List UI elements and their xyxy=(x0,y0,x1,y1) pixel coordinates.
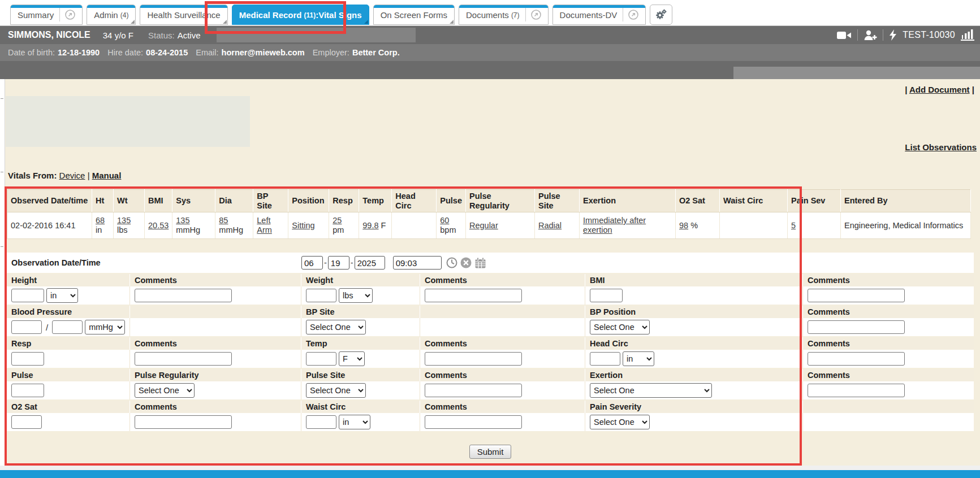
clear-x-icon[interactable] xyxy=(460,257,472,268)
tab-documents-dv[interactable]: Documents-DV xyxy=(552,5,646,25)
obs-value-link[interactable]: Left Arm xyxy=(257,216,272,234)
waist-circ-input[interactable] xyxy=(306,415,336,429)
waist-circ-unit-select[interactable]: in xyxy=(339,415,370,429)
pulse-site-label: Pulse Site xyxy=(301,369,420,381)
o2-sat-input[interactable] xyxy=(11,415,42,429)
obs-value-link[interactable]: 5 xyxy=(791,221,796,230)
obs-time-input[interactable] xyxy=(393,256,442,270)
resp-input[interactable] xyxy=(11,352,44,366)
obs-day-input[interactable] xyxy=(328,256,349,270)
resp-comments-input[interactable] xyxy=(135,352,232,366)
tab-medical-record[interactable]: Medical Record(11):Vital Signs xyxy=(232,5,369,25)
lightning-bolt-icon[interactable] xyxy=(889,29,897,41)
weight-comments-input[interactable] xyxy=(425,289,522,302)
temp-unit-select[interactable]: F xyxy=(339,351,365,366)
bp-diastolic-input[interactable] xyxy=(52,320,83,334)
tab-top-strip xyxy=(140,5,227,8)
obs-value-link[interactable]: Sitting xyxy=(292,221,314,230)
obs-value-link[interactable]: 98 xyxy=(679,221,688,230)
obs-value-link[interactable]: 68 xyxy=(96,216,105,225)
tab-admin[interactable]: Admin(4) xyxy=(87,5,136,25)
tab-summary[interactable]: Summary xyxy=(10,5,83,25)
pain-severity-select[interactable]: Select One xyxy=(590,415,650,429)
video-camera-icon[interactable] xyxy=(837,31,852,40)
obs-value-link[interactable]: 60 xyxy=(440,216,449,225)
bp-site-select[interactable]: Select One xyxy=(306,320,366,334)
bp-systolic-input[interactable] xyxy=(11,320,42,334)
tab-top-strip xyxy=(232,5,369,8)
height-unit-select[interactable]: in xyxy=(46,288,78,303)
o2-sat-comments-input[interactable] xyxy=(135,415,232,429)
device-link[interactable]: Device xyxy=(59,171,85,180)
weight-input[interactable] xyxy=(306,289,336,302)
head-circ-unit-select[interactable]: in xyxy=(623,351,654,366)
pulse-input[interactable] xyxy=(11,384,44,397)
bp-position-select[interactable]: Select One xyxy=(590,320,650,334)
obs-value-link[interactable]: 25 xyxy=(333,216,342,225)
temp-input[interactable] xyxy=(306,352,336,366)
bmi-comments-input[interactable] xyxy=(808,289,905,302)
pain-severity-label: Pain Severity xyxy=(585,401,803,413)
pulse-comments-input[interactable] xyxy=(425,384,522,397)
pipe: | xyxy=(88,171,90,180)
weight-label: Weight xyxy=(301,274,420,286)
obs-value-link[interactable]: 135 xyxy=(117,216,131,225)
manual-link[interactable]: Manual xyxy=(92,171,122,180)
obs-value-link[interactable]: Immediately after exertion xyxy=(583,216,646,234)
temp-comments-input[interactable] xyxy=(425,352,522,366)
add-document-link[interactable]: Add Document xyxy=(909,85,970,94)
obs-column-header: Head Circ xyxy=(392,190,437,212)
tab-label: Documents xyxy=(466,10,509,20)
obs-table-cell: 20.53 xyxy=(145,212,172,239)
open-new-window-icon[interactable] xyxy=(623,8,638,21)
obs-value-link[interactable]: Regular xyxy=(469,221,498,230)
head-circ-input[interactable] xyxy=(590,352,620,366)
calendar-icon[interactable] xyxy=(474,257,486,269)
tab-count: (7) xyxy=(511,11,520,19)
obs-column-header: Resp xyxy=(329,190,359,212)
obs-value-link[interactable]: 99.8 xyxy=(362,221,378,230)
obs-value-link[interactable]: 135 xyxy=(176,216,189,225)
obs-value-link[interactable]: Radial xyxy=(538,221,562,230)
list-observations-link[interactable]: List Observations xyxy=(905,142,977,152)
weight-unit-select[interactable]: lbs xyxy=(339,288,373,303)
add-person-icon[interactable] xyxy=(864,30,877,41)
height-input[interactable] xyxy=(11,289,44,302)
date-separator: - xyxy=(351,258,353,267)
bp-position-label: BP Position xyxy=(585,306,803,318)
tab-documents[interactable]: Documents(7) xyxy=(459,5,549,25)
tab-suffix: :Vital Signs xyxy=(316,10,361,20)
settings-gears-icon[interactable] xyxy=(650,5,672,25)
tab-on-screen-forms[interactable]: On Screen Forms xyxy=(373,5,455,25)
height-comments-input[interactable] xyxy=(135,289,232,302)
open-new-window-icon[interactable] xyxy=(59,8,75,21)
obs-value-link[interactable]: 85 xyxy=(219,216,228,225)
bmi-input[interactable] xyxy=(590,289,623,302)
obs-value-link[interactable]: 20.53 xyxy=(148,221,169,230)
obs-table-data-row: 02-02-2016 16:4168in135lbs20.53135mmHg85… xyxy=(7,212,971,239)
obs-year-input[interactable] xyxy=(355,256,385,270)
bar-chart-icon[interactable] xyxy=(961,29,974,41)
obs-column-header: Pain Sev xyxy=(787,190,840,212)
bp-unit-select[interactable]: mmHg xyxy=(85,320,125,334)
clock-icon[interactable] xyxy=(446,257,457,268)
open-new-window-icon[interactable] xyxy=(525,8,541,21)
pipe: | xyxy=(972,85,974,94)
pulse-site-select[interactable]: Select One xyxy=(306,383,366,398)
vitals-from-label: Vitals From: xyxy=(8,171,57,180)
tab-bar: SummaryAdmin(4)Health SurveillanceMedica… xyxy=(0,0,980,26)
head-circ-comments-input[interactable] xyxy=(808,352,905,366)
bp-comments-input[interactable] xyxy=(808,320,905,334)
hire-date-value: 08-24-2015 xyxy=(146,48,188,57)
waist-circ-comments-input[interactable] xyxy=(425,415,522,429)
exertion-comments-input[interactable] xyxy=(808,384,905,397)
obs-month-input[interactable] xyxy=(301,256,323,270)
obs-column-header: Exertion xyxy=(579,190,675,212)
pulse-regularity-select[interactable]: Select One xyxy=(135,383,195,398)
tab-top-strip xyxy=(11,5,82,8)
obs-table-cell: 98 % xyxy=(675,212,719,239)
comments-label: Comments xyxy=(130,401,301,413)
exertion-select[interactable]: Select One xyxy=(590,383,712,398)
submit-button[interactable]: Submit xyxy=(469,445,512,459)
tab-health-surveillance[interactable]: Health Surveillance xyxy=(140,5,227,25)
